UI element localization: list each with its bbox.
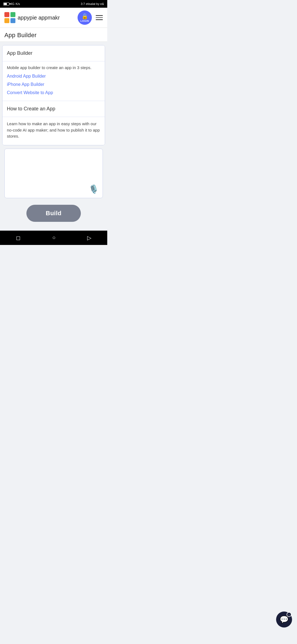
- hamburger-line-2: [96, 17, 103, 18]
- svg-rect-3: [10, 18, 15, 23]
- text-input-area[interactable]: 🎙️: [4, 149, 103, 198]
- iphone-app-builder-link[interactable]: iPhone App Builder: [7, 82, 100, 87]
- hamburger-line-1: [96, 15, 103, 16]
- page-title-area: App Builder: [0, 28, 107, 42]
- how-to-create-header[interactable]: How to Create an App: [2, 101, 105, 117]
- build-btn-area: Build: [2, 205, 105, 222]
- app-builder-description: Mobile app builder to create an app in 3…: [7, 65, 100, 70]
- mic-icon: 🎙️: [89, 185, 99, 194]
- bottom-nav: ◻ ○ ▷: [0, 231, 107, 245]
- android-app-builder-link[interactable]: Android App Builder: [7, 74, 100, 79]
- svg-rect-1: [10, 12, 15, 17]
- svg-rect-0: [4, 12, 9, 17]
- convert-website-link[interactable]: Convert Website to App: [7, 90, 100, 95]
- main-content: App Builder Mobile app builder to create…: [0, 42, 107, 231]
- battery-icon: [3, 2, 9, 6]
- hamburger-line-3: [96, 19, 103, 20]
- appypie-logo-icon: [4, 12, 15, 23]
- status-right: 3:7 etisalat by e&: [81, 2, 104, 6]
- status-left: 4G K/s: [3, 2, 20, 6]
- header-right: 🔒 LOGIN: [78, 10, 103, 25]
- mic-button[interactable]: 🎙️: [89, 184, 99, 194]
- app-builder-card-header[interactable]: App Builder: [2, 45, 105, 61]
- forward-button[interactable]: ▷: [87, 234, 91, 241]
- page-title: App Builder: [4, 32, 103, 39]
- hamburger-menu[interactable]: [96, 15, 103, 20]
- logo-text: appypie appmakr: [18, 15, 60, 21]
- svg-rect-2: [4, 18, 9, 23]
- build-button[interactable]: Build: [26, 205, 81, 222]
- lock-icon: 🔒: [81, 13, 88, 20]
- app-builder-card: App Builder Mobile app builder to create…: [2, 45, 105, 145]
- login-label: LOGIN: [81, 20, 89, 22]
- logo-area: appypie appmakr: [4, 12, 60, 23]
- status-speed: K/s: [16, 2, 20, 6]
- app-builder-card-body: Mobile app builder to create an app in 3…: [2, 61, 105, 101]
- back-button[interactable]: ◻: [16, 234, 21, 241]
- header: appypie appmakr 🔒 LOGIN: [0, 8, 107, 28]
- status-bar: 4G K/s 3:7 etisalat by e&: [0, 0, 107, 8]
- status-signal: 4G: [10, 2, 15, 6]
- home-button[interactable]: ○: [52, 234, 56, 241]
- login-button[interactable]: 🔒 LOGIN: [78, 10, 92, 25]
- how-to-create-body: Learn how to make an app in easy steps w…: [2, 117, 105, 145]
